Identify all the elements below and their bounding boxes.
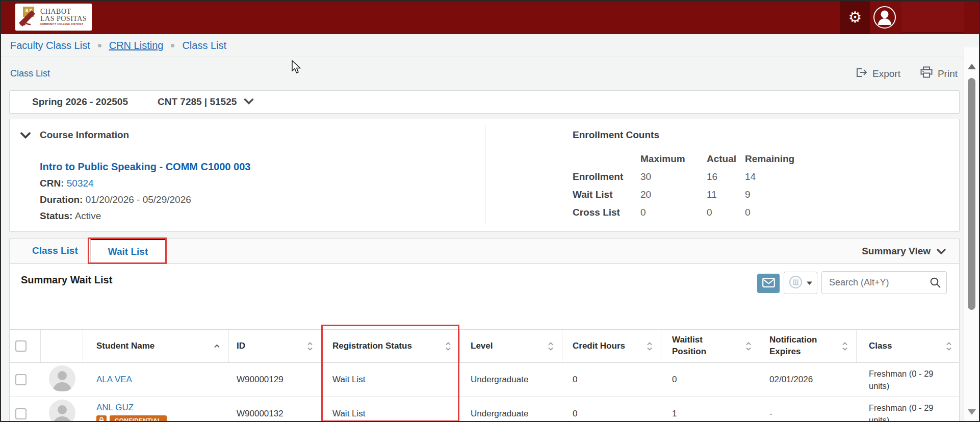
actions-dropdown-button[interactable] (784, 272, 817, 294)
app-window: CHABOT LAS POSITAS COMMUNITY COLLEGE DIS… (0, 0, 980, 422)
student-name-cell: ANL GUZ CONFIDENTIAL (83, 397, 229, 422)
column-header-class[interactable]: Class (857, 330, 960, 362)
column-header-notification-expires[interactable]: Notification Expires (760, 330, 857, 362)
column-header-id[interactable]: ID (229, 330, 322, 362)
status-label: Status: (40, 210, 72, 221)
search-input[interactable] (821, 271, 947, 294)
enr-col-actual: Actual (707, 153, 745, 165)
status-value: Active (75, 210, 101, 221)
table-header-row: Student Name ID Registration Status (10, 329, 959, 363)
bank-columns-icon (789, 275, 803, 291)
confidential-badge: CONFIDENTIAL (110, 415, 167, 422)
column-header-credit-hours[interactable]: Credit Hours (562, 330, 661, 362)
class-cell: Freshman (0 - 29 units) (857, 397, 960, 422)
scroll-thumb[interactable] (968, 78, 975, 310)
credit-hours-cell: 0 (562, 397, 661, 422)
breadcrumb-faculty-class-list[interactable]: Faculty Class List (10, 40, 90, 51)
course-code-label: CNT 7285 | 51525 (158, 96, 237, 108)
settings-button[interactable]: ⚙ (840, 0, 870, 34)
breadcrumb-crn-listing[interactable]: CRN Listing (109, 40, 164, 51)
enr-value: 0 (640, 207, 707, 218)
export-label: Export (872, 68, 900, 80)
envelope-icon (762, 278, 775, 289)
course-information-title: Course Information (40, 129, 250, 141)
course-information-panel: Course Information Intro to Public Speak… (9, 119, 960, 232)
select-all-checkbox[interactable] (15, 340, 27, 352)
sort-icon (445, 342, 451, 351)
duration-label: Duration: (40, 194, 83, 205)
table-row: ALA VEA W90000129 Wait List Undergraduat… (10, 363, 959, 397)
enr-col-maximum: Maximum (640, 153, 707, 165)
sort-icon (745, 342, 752, 351)
row-checkbox[interactable] (15, 408, 27, 419)
enr-value: 0 (745, 207, 802, 218)
view-selector-label: Summary View (862, 246, 931, 257)
crn-label: CRN: (40, 178, 64, 189)
column-header-student-name[interactable]: Student Name (83, 330, 229, 362)
page-title: Class List (10, 68, 50, 79)
enr-value: 16 (707, 171, 745, 182)
district-logo[interactable]: CHABOT LAS POSITAS COMMUNITY COLLEGE DIS… (15, 4, 92, 31)
caret-down-icon (806, 278, 813, 287)
top-bar: CHABOT LAS POSITAS COMMUNITY COLLEGE DIS… (0, 0, 980, 34)
status-row: Status: Active (40, 210, 250, 222)
column-header-waitlist-position[interactable]: Waitlist Position (661, 330, 760, 362)
notification-expires-cell: - (760, 397, 857, 422)
email-students-button[interactable] (757, 274, 780, 293)
enrollment-counts-table: Maximum Actual Remaining Enrollment 30 1… (573, 150, 802, 221)
waitlist-position-cell: 0 (661, 363, 760, 397)
collapse-chevron-icon[interactable] (20, 131, 31, 141)
search-icon[interactable] (930, 277, 941, 291)
student-name-link[interactable]: ALA VEA (96, 375, 132, 385)
logo-line2: LAS POSITAS (40, 15, 87, 22)
tab-wait-list[interactable]: Wait List (90, 239, 166, 264)
enr-col-remaining: Remaining (745, 153, 802, 165)
tab-class-list[interactable]: Class List (22, 239, 88, 263)
column-header-registration-status[interactable]: Registration Status (322, 330, 460, 362)
sort-icon (548, 342, 554, 351)
enr-value: 11 (707, 189, 745, 200)
term-selector[interactable]: Spring 2026 - 202505 CNT 7285 | 51525 (9, 90, 960, 114)
logo-line3: COMMUNITY COLLEGE DISTRICT (40, 23, 87, 26)
student-name-cell: ALA VEA (83, 363, 229, 397)
search-box (821, 271, 947, 294)
topbar-right-panel (901, 2, 964, 33)
row-checkbox[interactable] (15, 374, 27, 385)
enr-value: 9 (745, 189, 802, 200)
view-selector-dropdown[interactable]: Summary View (862, 239, 946, 264)
column-header-level[interactable]: Level (460, 330, 562, 362)
duration-value: 01/20/2026 - 05/29/2026 (86, 194, 191, 205)
user-avatar-icon (873, 22, 896, 31)
course-information-block: Course Information Intro to Public Speak… (40, 119, 250, 222)
waitlist-position-cell: 1 (661, 397, 760, 422)
user-menu-button[interactable] (873, 6, 896, 29)
select-all-cell (10, 330, 41, 362)
enrollment-counts-block: Enrollment Counts Maximum Actual Remaini… (573, 119, 817, 141)
print-button[interactable]: Print (920, 66, 958, 81)
student-name-link[interactable]: ANL GUZ (96, 403, 134, 413)
crn-value-link[interactable]: 50324 (67, 178, 94, 189)
vertical-scrollbar[interactable] (964, 47, 979, 422)
wait-list-table: Student Name ID Registration Status (10, 329, 959, 422)
duration-row: Duration: 01/20/2026 - 05/29/2026 (40, 194, 250, 205)
export-icon (856, 67, 868, 81)
enrollment-counts-title: Enrollment Counts (573, 129, 817, 141)
sort-icon (946, 342, 952, 351)
enr-value: 30 (640, 171, 707, 182)
enr-row-label: Enrollment (573, 171, 640, 182)
sort-icon (307, 342, 313, 351)
summary-wait-list-title: Summary Wait List (21, 274, 112, 286)
level-cell: Undergraduate (460, 363, 562, 397)
breadcrumb-separator (98, 44, 101, 47)
class-list-panel: Class List Wait List Summary View Summar… (9, 238, 960, 422)
enr-row-label: Wait List (573, 189, 640, 200)
breadcrumb-class-list: Class List (182, 40, 226, 51)
course-title-link[interactable]: Intro to Public Speaking - COMM C1000 00… (40, 161, 250, 173)
id-cell: W90000129 (229, 363, 322, 397)
scroll-up-button[interactable] (968, 64, 976, 69)
export-button[interactable]: Export (856, 66, 900, 81)
enr-value: 20 (640, 189, 707, 200)
print-label: Print (938, 68, 958, 80)
scroll-down-button[interactable] (968, 409, 976, 415)
row-select-cell (10, 397, 41, 422)
